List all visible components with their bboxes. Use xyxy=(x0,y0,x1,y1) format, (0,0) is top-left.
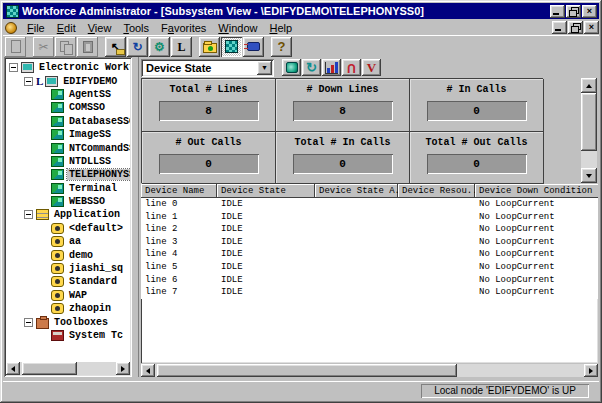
tree-item-label: demo xyxy=(67,250,95,261)
tree-scroll-left-button[interactable] xyxy=(6,362,20,375)
menu-edit[interactable]: Edit xyxy=(51,21,82,35)
help-button[interactable]: ? xyxy=(271,37,292,57)
tree-item--default-[interactable]: <default> xyxy=(6,222,130,235)
expand-minus-icon[interactable] xyxy=(24,210,33,219)
open-folder-button[interactable] xyxy=(199,37,220,57)
services-button[interactable]: ⚙ xyxy=(149,37,170,57)
table-row[interactable]: line 4IDLENo LoopCurrent xyxy=(141,248,598,261)
stat-value: 8 xyxy=(159,101,259,121)
magnet-button[interactable]: U xyxy=(342,59,361,76)
tree-item-jiashi-sq[interactable]: jiashi_sq xyxy=(6,262,130,275)
table-cell: line 5 xyxy=(141,261,217,274)
mdi-minimize-button[interactable] xyxy=(552,21,567,34)
column-header-device-name[interactable]: Device Name xyxy=(141,184,217,198)
table-row[interactable]: line 1IDLENo LoopCurrent xyxy=(141,211,598,224)
table-cell xyxy=(315,261,398,274)
subsystem-view-button[interactable] xyxy=(221,37,242,57)
tree-item-ntcommandss[interactable]: NTCommandSS xyxy=(6,141,130,154)
cut-button[interactable]: ✂ xyxy=(33,37,54,57)
tree-item-system-tc[interactable]: System Tc xyxy=(6,329,130,342)
stats-scroll-up-button[interactable] xyxy=(581,78,597,93)
view-toolbar: ↻ U V xyxy=(282,59,381,76)
tree-scroll-thumb[interactable] xyxy=(22,362,77,375)
table-cell: IDLE xyxy=(217,223,315,236)
pointer-tool-button[interactable]: ↖ xyxy=(105,37,126,57)
column-header-device-state[interactable]: Device State xyxy=(217,184,315,198)
table-cell: line 0 xyxy=(141,198,217,211)
tree-item-databasesso[interactable]: DatabaseSSO xyxy=(6,115,130,128)
stat-value: 0 xyxy=(427,154,527,174)
column-header-device-resou-[interactable]: Device Resou... xyxy=(398,184,475,198)
menu-window[interactable]: Window xyxy=(212,21,263,35)
tree-item-electronic-workfor[interactable]: Electronic Workfor xyxy=(6,61,130,74)
table-row[interactable]: line 5IDLENo LoopCurrent xyxy=(141,261,598,274)
status-message: Local node 'EDIFYDEMO' is UP xyxy=(421,384,589,398)
table-scroll-left-button[interactable] xyxy=(141,364,155,377)
menu-help[interactable]: Help xyxy=(263,21,298,35)
tree-horizontal-scrollbar[interactable] xyxy=(6,362,130,375)
table-scroll-right-button[interactable] xyxy=(584,364,598,377)
tree-item-demo[interactable]: demo xyxy=(6,248,130,261)
table-cell: IDLE xyxy=(217,211,315,224)
tree-item-toolboxes[interactable]: Toolboxes xyxy=(6,315,130,328)
tree-item-telephonyss0[interactable]: TELEPHONYSS0 xyxy=(6,168,130,181)
minimize-button[interactable] xyxy=(550,5,565,18)
expand-minus-icon[interactable] xyxy=(9,63,18,72)
mdi-close-button[interactable]: × xyxy=(584,21,599,34)
table-row[interactable]: line 2IDLENo LoopCurrent xyxy=(141,223,598,236)
stats-vertical-scrollbar[interactable] xyxy=(581,78,597,183)
menu-file[interactable]: File xyxy=(21,21,51,35)
expand-minus-icon[interactable] xyxy=(24,77,33,86)
column-header-device-down-condition[interactable]: Device Down Condition xyxy=(475,184,598,198)
connection-button[interactable] xyxy=(243,37,264,57)
mdi-restore-button[interactable] xyxy=(568,21,583,34)
log-tool-button[interactable]: L xyxy=(171,37,192,57)
tree-item-websso[interactable]: WEBSSO xyxy=(6,195,130,208)
stat-label: # Out Calls xyxy=(142,137,275,148)
tree-item-comsso[interactable]: COMSSO xyxy=(6,101,130,114)
close-button[interactable]: × xyxy=(582,5,597,18)
tree-item-zhaopin[interactable]: zhaopin xyxy=(6,302,130,315)
menu-favorites[interactable]: Favorites xyxy=(155,21,212,35)
stats-scroll-down-button[interactable] xyxy=(581,168,597,183)
tree-item-wap[interactable]: WAP xyxy=(6,289,130,302)
table-row[interactable]: line 3IDLENo LoopCurrent xyxy=(141,236,598,249)
view-select[interactable]: Device State ▼ xyxy=(141,59,274,77)
refresh-button[interactable]: ↻ xyxy=(127,37,148,57)
table-row[interactable]: line 0IDLENo LoopCurrent xyxy=(141,198,598,211)
chart-button[interactable] xyxy=(322,59,341,76)
table-horizontal-scrollbar[interactable] xyxy=(141,364,598,377)
table-cell: line 4 xyxy=(141,248,217,261)
stats-scroll-thumb[interactable] xyxy=(581,93,597,151)
tree-item-terminal[interactable]: Terminal xyxy=(6,182,130,195)
new-document-button[interactable] xyxy=(5,37,26,57)
subsystem-icon xyxy=(51,102,64,113)
restore-button[interactable] xyxy=(566,5,581,18)
view-refresh-button[interactable]: ↻ xyxy=(302,59,321,76)
tree-item-standard[interactable]: Standard xyxy=(6,275,130,288)
copy-button[interactable] xyxy=(55,37,76,57)
subsystem-icon xyxy=(51,169,64,180)
table-row[interactable]: line 6IDLENo LoopCurrent xyxy=(141,274,598,287)
paste-button[interactable] xyxy=(77,37,98,57)
tree-scroll-right-button[interactable] xyxy=(116,362,130,375)
menu-view[interactable]: View xyxy=(82,21,118,35)
table-scroll-thumb[interactable] xyxy=(157,364,457,377)
tree-item-agentss[interactable]: AgentSS xyxy=(6,88,130,101)
column-header-device-state-a-[interactable]: Device State A... xyxy=(315,184,398,198)
validate-button[interactable]: V xyxy=(362,59,381,76)
chevron-down-icon[interactable]: ▼ xyxy=(257,61,272,75)
scissors-icon: ✂ xyxy=(38,41,48,53)
device-monitor-button[interactable] xyxy=(282,59,301,76)
stat-label: Total # Out Calls xyxy=(410,137,543,148)
tree-item-imagess[interactable]: ImageSS xyxy=(6,128,130,141)
table-row[interactable]: line 7IDLENo LoopCurrent xyxy=(141,286,598,299)
tree-item-aa[interactable]: aa xyxy=(6,235,130,248)
table-cell xyxy=(315,223,398,236)
tree-item-ntdllss[interactable]: NTDLLSS xyxy=(6,155,130,168)
tree-item-edifydemo[interactable]: LEDIFYDEMO xyxy=(6,74,130,87)
expand-minus-icon[interactable] xyxy=(24,318,33,327)
tree-item-application[interactable]: Application xyxy=(6,208,130,221)
appitem-icon xyxy=(51,303,64,314)
menu-tools[interactable]: Tools xyxy=(117,21,155,35)
